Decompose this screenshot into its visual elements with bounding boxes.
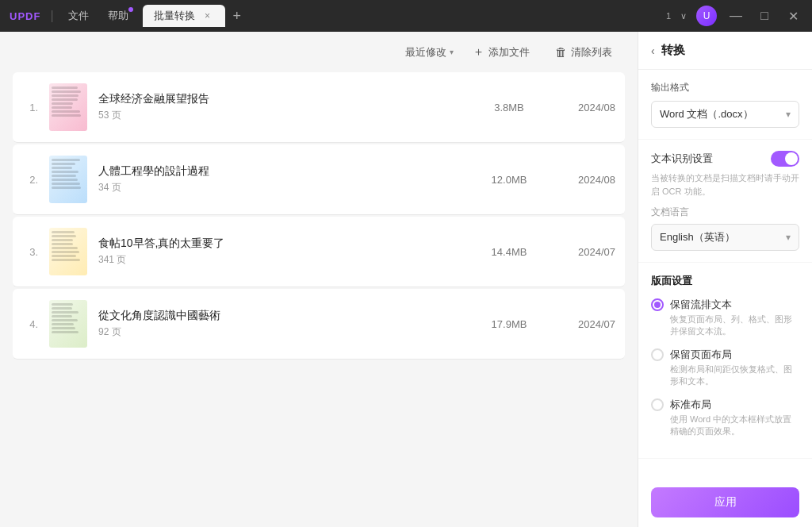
close-button[interactable]: ✕ bbox=[783, 6, 802, 25]
right-panel: ‹ 转换 输出格式 Word 文档（.docx） ▾ 文本识别设置 当被转换的文… bbox=[638, 32, 812, 527]
output-format-label: 输出格式 bbox=[651, 81, 799, 94]
radio-desc: 恢复页面布局、列、格式、图形并保留文本流。 bbox=[670, 314, 799, 338]
file-info: 從文化角度認識中國藝術 92 页 bbox=[98, 309, 466, 339]
radio-title: 标准布局 bbox=[670, 398, 799, 412]
version-chevron[interactable]: ∨ bbox=[680, 11, 687, 21]
radio-option-page[interactable]: 保留页面布局 检测布局和间距仅恢复格式、图形和文本。 bbox=[651, 348, 799, 388]
tab-label: 批量转换 bbox=[154, 9, 195, 23]
file-pages: 53 页 bbox=[98, 109, 466, 122]
file-name: 從文化角度認識中國藝術 bbox=[98, 309, 466, 323]
file-date: 2024/08 bbox=[552, 102, 615, 113]
format-select[interactable]: Word 文档（.docx） ▾ bbox=[651, 101, 799, 128]
file-item[interactable]: 3. 食帖10早答,真的太重要了 341 页 14.4MB 2024/07 bbox=[13, 217, 625, 287]
file-name: 食帖10早答,真的太重要了 bbox=[98, 237, 466, 251]
ocr-desc: 当被转换的文档是扫描文档时请手动开启 OCR 功能。 bbox=[651, 171, 799, 198]
file-number: 4. bbox=[22, 318, 38, 330]
radio-text: 保留页面布局 检测布局和间距仅恢复格式、图形和文本。 bbox=[670, 348, 799, 388]
menu-file[interactable]: 文件 bbox=[63, 7, 94, 25]
apply-section: 应用 bbox=[638, 478, 812, 527]
file-item[interactable]: 1. 全球经济金融展望报告 53 页 3.8MB 2024/08 bbox=[13, 72, 625, 143]
file-name: 人體工程學的設計過程 bbox=[98, 164, 466, 179]
tab-bar: 批量转换 × + bbox=[143, 5, 657, 27]
tab-close-button[interactable]: × bbox=[201, 10, 214, 22]
file-size: 14.4MB bbox=[477, 246, 541, 258]
panel-back-icon[interactable]: ‹ bbox=[651, 44, 655, 57]
add-tab-button[interactable]: + bbox=[228, 8, 247, 25]
format-arrow-icon: ▾ bbox=[786, 109, 791, 120]
lang-select[interactable]: English（英语） ▾ bbox=[651, 224, 799, 251]
menu-help[interactable]: 帮助 bbox=[103, 7, 133, 25]
file-pages: 34 页 bbox=[98, 181, 466, 194]
maximize-button[interactable]: □ bbox=[755, 6, 774, 25]
file-size: 12.0MB bbox=[477, 174, 541, 186]
apply-button[interactable]: 应用 bbox=[651, 487, 799, 517]
radio-circle bbox=[651, 348, 664, 361]
toggle-knob bbox=[785, 152, 798, 165]
file-info: 全球经济金融展望报告 53 页 bbox=[98, 92, 466, 122]
file-info: 人體工程學的設計過程 34 页 bbox=[98, 164, 466, 194]
add-file-label: 添加文件 bbox=[488, 45, 530, 60]
radio-text: 标准布局 使用 Word 中的文本框样式放置精确的页面效果。 bbox=[670, 398, 799, 438]
file-date: 2024/08 bbox=[552, 174, 615, 186]
add-file-button[interactable]: ＋ 添加文件 bbox=[466, 41, 536, 63]
ocr-label: 文本识别设置 bbox=[651, 152, 713, 166]
ocr-row: 文本识别设置 bbox=[651, 151, 799, 167]
panel-header: ‹ 转换 bbox=[638, 32, 812, 70]
sort-label: 最近修改 bbox=[405, 45, 446, 60]
file-thumbnail bbox=[49, 83, 87, 131]
radio-circle bbox=[651, 298, 664, 311]
file-size: 3.8MB bbox=[477, 102, 541, 113]
radio-desc: 使用 Word 中的文本框样式放置精确的页面效果。 bbox=[670, 414, 799, 438]
format-value: Word 文档（.docx） bbox=[660, 107, 753, 121]
main-area: 最近修改 ▾ ＋ 添加文件 🗑 清除列表 1. 全球经济金融展望报告 53 页 … bbox=[0, 32, 812, 527]
sort-button[interactable]: 最近修改 ▾ bbox=[405, 45, 454, 60]
file-item[interactable]: 2. 人體工程學的設計過程 34 页 12.0MB 2024/08 bbox=[13, 144, 625, 215]
file-item[interactable]: 4. 從文化角度認識中國藝術 92 页 17.9MB 2024/07 bbox=[13, 289, 625, 360]
file-list-area: 最近修改 ▾ ＋ 添加文件 🗑 清除列表 1. 全球经济金融展望报告 53 页 … bbox=[0, 32, 638, 527]
file-number: 1. bbox=[22, 102, 38, 113]
file-pages: 341 页 bbox=[98, 253, 466, 267]
lang-label: 文档语言 bbox=[651, 206, 799, 219]
file-name: 全球经济金融展望报告 bbox=[98, 92, 466, 106]
sort-chevron-icon: ▾ bbox=[450, 48, 454, 56]
lang-arrow-icon: ▾ bbox=[786, 232, 791, 243]
radio-text: 保留流排文本 恢复页面布局、列、格式、图形并保留文本流。 bbox=[670, 298, 799, 338]
add-icon: ＋ bbox=[473, 44, 485, 60]
layout-label: 版面设置 bbox=[651, 274, 799, 288]
file-list: 1. 全球经济金融展望报告 53 页 3.8MB 2024/08 2. 人體工程… bbox=[0, 72, 638, 527]
radio-circle bbox=[651, 398, 664, 411]
radio-option-standard[interactable]: 标准布局 使用 Word 中的文本框样式放置精确的页面效果。 bbox=[651, 398, 799, 438]
radio-title: 保留流排文本 bbox=[670, 298, 799, 312]
user-avatar[interactable]: U bbox=[696, 6, 717, 26]
file-date: 2024/07 bbox=[552, 318, 615, 330]
tab-batch-convert[interactable]: 批量转换 × bbox=[143, 5, 225, 27]
version-badge[interactable]: 1 bbox=[666, 11, 671, 21]
panel-title: 转换 bbox=[661, 43, 685, 58]
radio-desc: 检测布局和间距仅恢复格式、图形和文本。 bbox=[670, 364, 799, 388]
title-bar: UPDF | 文件 帮助 批量转换 × + 1 ∨ U — □ ✕ bbox=[0, 0, 812, 32]
radio-option-flowing[interactable]: 保留流排文本 恢复页面布局、列、格式、图形并保留文本流。 bbox=[651, 298, 799, 338]
ocr-toggle[interactable] bbox=[771, 151, 799, 167]
output-format-section: 输出格式 Word 文档（.docx） ▾ bbox=[638, 70, 812, 140]
title-bar-right: 1 ∨ U — □ ✕ bbox=[666, 6, 802, 26]
file-thumbnail bbox=[49, 300, 87, 348]
clear-list-button[interactable]: 🗑 清除列表 bbox=[549, 42, 619, 63]
ocr-section: 文本识别设置 当被转换的文档是扫描文档时请手动开启 OCR 功能。 文档语言 E… bbox=[638, 140, 812, 263]
file-number: 3. bbox=[22, 246, 38, 258]
file-info: 食帖10早答,真的太重要了 341 页 bbox=[98, 237, 466, 267]
file-date: 2024/07 bbox=[552, 246, 615, 258]
lang-value: English（英语） bbox=[660, 230, 735, 244]
app-logo: UPDF bbox=[10, 10, 40, 22]
file-pages: 92 页 bbox=[98, 325, 466, 339]
file-size: 17.9MB bbox=[477, 318, 541, 330]
trash-icon: 🗑 bbox=[555, 45, 567, 59]
radio-title: 保留页面布局 bbox=[670, 348, 799, 362]
file-thumbnail bbox=[49, 228, 87, 275]
minimize-button[interactable]: — bbox=[726, 6, 745, 25]
file-number: 2. bbox=[22, 174, 38, 186]
clear-list-label: 清除列表 bbox=[571, 45, 612, 60]
file-toolbar: 最近修改 ▾ ＋ 添加文件 🗑 清除列表 bbox=[0, 32, 638, 72]
title-divider: | bbox=[50, 9, 53, 23]
layout-section: 版面设置 保留流排文本 恢复页面布局、列、格式、图形并保留文本流。 保留页面布局… bbox=[638, 263, 812, 459]
file-thumbnail bbox=[49, 156, 87, 203]
